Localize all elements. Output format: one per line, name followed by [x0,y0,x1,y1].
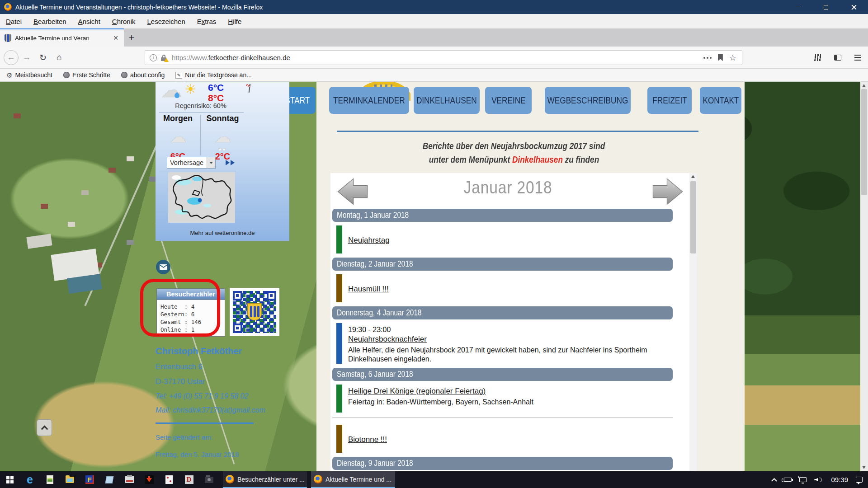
url-bar[interactable]: i https://www.fetkoether-dinkelhausen.de… [145,50,742,65]
nav-button-wegbeschreibung[interactable]: WEGBESCHREIBUNG [545,87,631,114]
windows-taskbar: e F D Besucherzähler unter ... Aktuelle … [0,471,868,488]
weather-radar-map[interactable] [168,172,235,223]
nav-button-freizeit[interactable]: FREIZEIT [647,87,692,114]
page-info-icon[interactable]: i [150,54,157,61]
bookmark-textgroesse[interactable]: ✎Nur die Textgrösse än... [175,71,252,79]
speaker-icon[interactable] [814,477,823,483]
day-header: Dienstag, 2 Januar 2018 [332,258,673,271]
d-app-icon: D [185,475,193,484]
event-body: Biotonne !!! [348,425,387,453]
tab-aktuelle-termine[interactable]: Aktuelle Termine und Veran ✕ [0,28,124,47]
event-link[interactable]: Neujahrstag [348,235,390,245]
menu-datei[interactable]: Datei [6,18,22,25]
taskbar-camera[interactable] [199,471,219,488]
scrollbar-up-icon[interactable] [691,175,695,178]
qr-code-image [230,288,279,336]
notice-line1: Berichte über den Neujahrsbockumzug 2017… [423,139,605,153]
nav-button-terminkalender[interactable]: TERMINKALENDER [329,87,409,114]
taskbar-cards[interactable] [159,471,179,488]
mixed-content-lock-icon[interactable] [160,54,167,61]
nav-button-label: WEGBESCHREIBUNG [547,95,628,106]
day-header: Dienstag, 9 Januar 2018 [332,457,673,470]
day-header-label: Montag, 1 Januar 2018 [337,209,409,222]
bookmark-meistbesucht[interactable]: ⚙Meistbesucht [6,71,52,79]
tab-close-icon[interactable]: ✕ [111,33,120,42]
maximize-button[interactable] [812,0,840,14]
edit-icon: ✎ [175,72,182,79]
event-link[interactable]: Biotonne !!! [348,435,387,445]
day-header-label: Dienstag, 2 Januar 2018 [337,258,413,271]
taskbar-edge[interactable]: e [20,471,40,488]
action-center-icon[interactable] [856,477,863,483]
scroll-to-top-button[interactable] [37,419,52,436]
close-button[interactable] [840,0,868,14]
home-button[interactable]: ⌂ [51,50,67,65]
page-scrollbar[interactable] [860,82,868,471]
weather-temps: 6°C 8°C [208,82,224,103]
contact-email[interactable]: Mail: chrisdink37170(at)gmail.com [156,406,300,414]
taskbar-downloader[interactable] [139,471,159,488]
clock[interactable]: 09:39 [831,476,848,483]
reload-button[interactable]: ↻ [35,50,51,65]
new-tab-button[interactable]: + [124,28,139,47]
taskbar-explorer[interactable] [60,471,80,488]
menu-ansicht[interactable]: Ansicht [78,18,100,25]
back-button[interactable]: ← [4,50,19,65]
modified-date: Freitag, den 5. Januar 2018 [156,450,300,458]
event-link[interactable]: Heilige Drei Könige (regionaler Feiertag… [348,386,486,396]
nav-button-vereine[interactable]: VEREINE [485,87,532,114]
event-link[interactable]: Neujahrsbocknachfeier [348,334,427,344]
scrollbar-up-icon[interactable] [862,84,866,87]
menu-lesezeichen[interactable]: Lesezeichen [147,18,185,25]
notice-line2-pre: unter dem Menüpunkt [429,155,512,164]
menu-button[interactable] [850,50,865,65]
minimize-button[interactable] [784,0,812,14]
taskbar-window-besucherzaehler[interactable]: Besucherzähler unter ... [223,471,307,488]
menu-hilfe[interactable]: Hilfe [228,18,241,25]
fast-forward-icon[interactable] [226,160,235,165]
event-link[interactable]: Hausmüll !!! [348,284,389,294]
bookmark-erste-schritte[interactable]: Erste Schritte [63,71,110,79]
forecast-select[interactable]: Vorhersage [167,157,216,169]
qr-finder [233,324,242,333]
taskbar-d-app[interactable]: D [179,471,199,488]
network-icon[interactable] [799,477,807,482]
library-icon [814,54,821,61]
sidebar-icon [834,55,841,61]
next-month-button[interactable] [651,178,684,206]
nav-button-dinkelhausen[interactable]: DINKELHAUSEN [414,87,480,114]
scrollbar-down-icon[interactable] [862,466,866,469]
system-tray: 09:39 [772,471,868,488]
bookmark-star-icon[interactable]: ☆ [729,54,736,62]
forward-button[interactable]: → [19,50,35,65]
bookmark-about-config[interactable]: about:config [121,71,165,79]
library-button[interactable] [810,50,826,65]
calendar-scrollbar-thumb[interactable] [690,181,696,253]
taskbar-filemanager[interactable]: F [80,471,99,488]
taskbar-window-aktuelle-termine[interactable]: Aktuelle Termine und ... [311,471,395,488]
bookmark-label: Erste Schritte [72,71,110,79]
menu-bearbeiten[interactable]: Bearbeiten [33,18,66,25]
email-button[interactable] [156,260,170,274]
wetteronline-link[interactable]: Mehr auf wetteronline.de [156,230,289,236]
calendar-days: Montag, 1 Januar 2018NeujahrstagDienstag… [330,209,697,470]
sidebar-button[interactable] [830,50,845,65]
taskbar-printer[interactable] [119,471,139,488]
menu-rest: atei [11,18,22,25]
day-header-label: Samstag, 6 Januar 2018 [337,368,413,381]
taskbar-notes[interactable] [99,471,119,488]
page-actions-icon[interactable] [703,57,712,59]
start-button[interactable] [0,471,20,488]
tray-chevron-up-icon[interactable] [772,478,778,484]
menu-extras[interactable]: Extras [197,18,217,25]
url-text[interactable]: https://www.fetkoether-dinkelhausen.de [172,54,290,61]
calendar-scrollbar[interactable] [689,173,697,471]
battery-icon[interactable] [784,478,792,482]
bookmarks-bar: ⚙Meistbesucht Erste Schritte about:confi… [0,69,868,82]
taskbar-photos[interactable] [40,471,60,488]
menu-chronik[interactable]: Chronik [112,18,136,25]
page-scrollbar-thumb[interactable] [861,89,867,195]
nav-button-kontakt[interactable]: KONTAKT [700,87,741,114]
pocket-icon[interactable] [718,54,723,61]
temp-max: 8°C [208,93,224,103]
